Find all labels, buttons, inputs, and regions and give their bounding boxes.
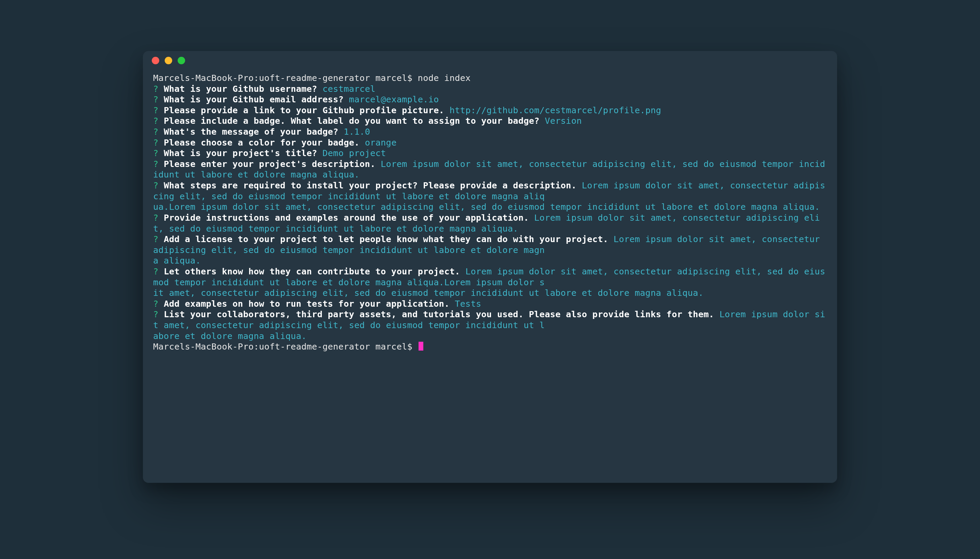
qa-line: ? List your collaborators, third party a… [153, 309, 825, 341]
minimize-icon[interactable] [165, 57, 172, 64]
cli-answer: 1.1.0 [344, 126, 370, 137]
qa-line: ? Let others know how they can contribut… [153, 266, 825, 298]
shell-prompt-end: Marcels-MacBook-Pro:uoft-readme-generato… [153, 341, 418, 352]
cli-answer: cestmarcel [323, 84, 376, 94]
cli-question: What is your Github email address? [164, 94, 344, 104]
question-mark-icon: ? [153, 84, 159, 94]
qa-line: ? Please include a badge. What label do … [153, 116, 582, 126]
question-mark-icon: ? [153, 180, 159, 190]
question-mark-icon: ? [153, 299, 159, 309]
qa-line: ? What is your Github username? cestmarc… [153, 84, 375, 94]
question-mark-icon: ? [153, 148, 159, 158]
qa-line: ? Add examples on how to run tests for y… [153, 299, 481, 309]
cli-question: Please enter your project's description. [164, 159, 375, 169]
terminal-window: Marcels-MacBook-Pro:uoft-readme-generato… [143, 51, 837, 483]
qa-line: ? What is your Github email address? mar… [153, 94, 439, 104]
question-mark-icon: ? [153, 137, 159, 147]
qa-line: ? Please enter your project's descriptio… [153, 159, 825, 180]
question-mark-icon: ? [153, 266, 159, 276]
cli-answer: http://github.com/cestmarcel/profile.png [449, 105, 661, 115]
cli-question: What is your Github username? [164, 84, 317, 94]
cli-question: Please include a badge. What label do yo… [164, 116, 539, 126]
qa-line: ? Please choose a color for your badge. … [153, 137, 396, 147]
cli-question: Please choose a color for your badge. [164, 137, 359, 147]
question-mark-icon: ? [153, 213, 159, 223]
cli-answer: Demo project [323, 148, 386, 158]
cli-question: Let others know how they can contribute … [164, 266, 460, 276]
cursor-icon [418, 342, 423, 351]
cli-question: List your collaborators, third party ass… [164, 309, 714, 319]
terminal-body[interactable]: Marcels-MacBook-Pro:uoft-readme-generato… [143, 70, 837, 483]
cli-question: Please provide a link to your Github pro… [164, 105, 444, 115]
cli-question: Add examples on how to run tests for you… [164, 299, 449, 309]
question-mark-icon: ? [153, 105, 159, 115]
cli-question: Add a license to your project to let peo… [164, 234, 608, 244]
question-mark-icon: ? [153, 116, 159, 126]
close-icon[interactable] [152, 57, 159, 64]
maximize-icon[interactable] [177, 57, 185, 64]
cli-answer: Tests [455, 299, 481, 309]
cli-question: What's the message of your badge? [164, 126, 338, 137]
window-titlebar [143, 51, 837, 70]
qa-line: ? Add a license to your project to let p… [153, 234, 825, 266]
question-mark-icon: ? [153, 94, 159, 104]
cli-question: What is your project's title? [164, 148, 317, 158]
cli-question: What steps are required to install your … [164, 180, 576, 190]
shell-prompt-start: Marcels-MacBook-Pro:uoft-readme-generato… [153, 73, 471, 83]
question-mark-icon: ? [153, 309, 159, 319]
qa-line: ? Please provide a link to your Github p… [153, 105, 661, 115]
cli-answer: orange [365, 137, 396, 147]
qa-line: ? What is your project's title? Demo pro… [153, 148, 386, 158]
question-mark-icon: ? [153, 126, 159, 137]
cli-answer: marcel@example.io [349, 94, 439, 104]
qa-line: ? What's the message of your badge? 1.1.… [153, 126, 370, 137]
qa-line: ? Provide instructions and examples arou… [153, 213, 820, 233]
cli-question: Provide instructions and examples around… [164, 213, 529, 223]
cli-answer: Version [545, 116, 582, 126]
question-mark-icon: ? [153, 159, 159, 169]
qa-line: ? What steps are required to install you… [153, 180, 825, 212]
question-mark-icon: ? [153, 234, 159, 244]
